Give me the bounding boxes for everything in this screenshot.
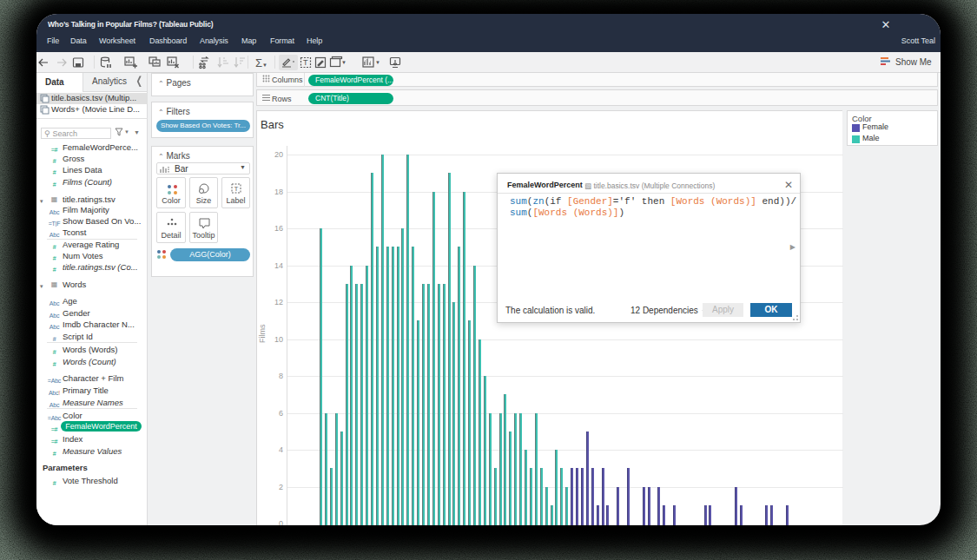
svg-text:T: T xyxy=(234,185,239,193)
svg-text:T: T xyxy=(303,58,308,67)
